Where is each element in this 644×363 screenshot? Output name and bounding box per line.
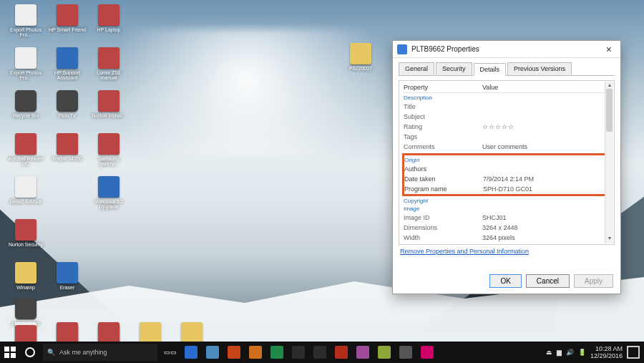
taskbar-app[interactable] (266, 342, 288, 363)
network-icon[interactable]: ▆ (557, 349, 562, 356)
file-icon (15, 298, 36, 319)
desktop-icon[interactable]: HP Support Assistant (49, 47, 86, 80)
desktop-icon[interactable]: Recycle Bin (7, 90, 44, 118)
taskbar-app[interactable] (395, 342, 416, 363)
desktop[interactable]: { "desktop_icons": [ {"label":"Export Ph… (0, 0, 644, 363)
taskbar-app[interactable] (309, 342, 331, 363)
taskbar-app[interactable] (416, 342, 438, 363)
property-row[interactable]: Height2448 pixels (404, 243, 610, 245)
action-center-icon[interactable] (627, 346, 640, 359)
property-row[interactable]: Dimensions3264 x 2448 (404, 223, 610, 233)
desktop-icon[interactable]: P8220007 (342, 43, 379, 71)
taskbar-app[interactable] (180, 342, 202, 363)
property-name: Height (404, 243, 482, 245)
property-row[interactable]: CommentsUser comments (404, 142, 610, 152)
file-icon (140, 322, 161, 344)
property-row[interactable]: Program nameSPH-D710 GC01 (404, 184, 609, 194)
file-icon (98, 133, 119, 155)
ok-button[interactable]: OK (489, 274, 521, 288)
desktop-icon-label: finepix s4200 (49, 156, 86, 161)
file-icon (57, 90, 78, 112)
desktop-icon-label: Eraser (49, 285, 86, 290)
property-row[interactable]: Rating☆☆☆☆☆ (404, 122, 610, 132)
taskbar-app[interactable] (223, 342, 245, 363)
property-group-header: Copyright (404, 198, 610, 204)
property-group-header: Origin (404, 157, 609, 163)
property-row[interactable]: Date taken7/9/2014 2:14 PM (404, 174, 609, 184)
desktop-icon[interactable]: Lumix ZS8 manual (90, 47, 127, 80)
task-view-icon[interactable]: ▭▭ (160, 342, 180, 363)
battery-icon[interactable]: 🔋 (578, 349, 586, 356)
taskbar-app[interactable] (352, 342, 374, 363)
app-icon (356, 346, 369, 359)
desktop-icon[interactable]: Winamp (7, 262, 44, 290)
tab-general[interactable]: General (399, 62, 434, 75)
desktop-icon[interactable]: Export Photos Fro... (7, 4, 44, 37)
system-tray[interactable]: ⏏ ▆ 🔊 🔋 (542, 349, 590, 356)
start-button[interactable] (0, 342, 20, 363)
property-row[interactable]: Subject (404, 112, 610, 122)
clock[interactable]: 10:28 AM 12/29/2016 (590, 345, 627, 359)
desktop-icon[interactable]: Windows 10 Upgrade (90, 176, 127, 209)
property-group-header: Description (404, 95, 610, 101)
file-icon (15, 176, 36, 198)
desktop-icon-label: PlutoTV (49, 113, 86, 118)
tab-security[interactable]: Security (436, 62, 472, 75)
app-icon (249, 346, 262, 359)
close-button[interactable]: × (602, 44, 616, 55)
apply-button[interactable]: Apply (574, 274, 613, 288)
desktop-icon[interactable]: PlutoTV (49, 90, 86, 118)
clock-date: 12/29/2016 (590, 352, 623, 359)
taskbar-app[interactable] (374, 342, 395, 363)
desktop-icon-label: HP Support Assistant (49, 70, 86, 80)
desktop-icon-label: Windows 10 Upgrade (90, 199, 127, 209)
desktop-icon[interactable]: Samsung galaxy... (90, 133, 127, 166)
file-icon (15, 4, 36, 26)
desktop-icon-label: Export Photos Fro... (7, 27, 44, 37)
taskbar-app[interactable] (288, 342, 309, 363)
taskbar-app[interactable] (202, 342, 223, 363)
property-row[interactable]: Authors (404, 164, 609, 174)
property-row[interactable]: Tags (404, 132, 610, 142)
property-value: SPH-D710 GC01 (483, 184, 532, 194)
search-box[interactable]: 🔍 Ask me anything (43, 344, 157, 361)
cortana-icon[interactable] (20, 342, 40, 363)
desktop-icon[interactable]: Acrobat Reader DC (7, 133, 44, 166)
volume-icon[interactable]: 🔊 (566, 349, 574, 356)
property-row[interactable]: Title (404, 102, 610, 112)
desktop-icon[interactable]: Eraser (49, 262, 86, 290)
property-value: SHCJ01 (482, 213, 507, 223)
desktop-icon[interactable]: finepix s4200 (49, 133, 86, 161)
file-icon (98, 90, 119, 112)
taskbar-app[interactable] (245, 342, 266, 363)
scroll-down-icon[interactable]: ▾ (605, 235, 613, 243)
scrollbar[interactable]: ▴ ▾ (605, 82, 613, 243)
dialog-titlebar[interactable]: PLTB9662 Properties × (393, 41, 620, 58)
svg-rect-0 (4, 347, 9, 352)
remove-properties-link[interactable]: Remove Properties and Personal Informati… (400, 248, 613, 255)
tab-details[interactable]: Details (474, 63, 507, 76)
property-group-header: Image (404, 205, 610, 212)
tray-icon[interactable]: ⏏ (546, 349, 552, 356)
desktop-icon[interactable]: HP Laptop (90, 4, 127, 32)
desktop-icon[interactable]: HP Smart Friend (49, 4, 86, 32)
desktop-icon[interactable]: Belarc Advisor (7, 176, 44, 204)
taskbar-app[interactable] (331, 342, 352, 363)
file-icon (98, 47, 119, 69)
desktop-icon[interactable]: Norton Install... (90, 90, 127, 118)
desktop-icon[interactable]: Norton Security (7, 219, 44, 247)
file-icon (15, 219, 36, 241)
file-icon (181, 322, 203, 344)
svg-rect-3 (11, 353, 16, 358)
property-row[interactable]: Width3264 pixels (404, 233, 610, 243)
clock-time: 10:28 AM (590, 345, 623, 352)
cancel-button[interactable]: Cancel (526, 274, 570, 288)
desktop-icon-label: Lumix ZS8 manual (90, 70, 127, 80)
property-row[interactable]: Image IDSHCJ01 (404, 213, 610, 223)
desktop-icon[interactable]: Export Photos Fro... (7, 47, 44, 80)
scroll-thumb[interactable] (606, 89, 613, 132)
file-icon (15, 47, 36, 69)
details-pane[interactable]: Property Value DescriptionTitleSubjectRa… (399, 80, 615, 245)
tab-previous-versions[interactable]: Previous Versions (507, 62, 572, 75)
desktop-icon-label: Recycle Bin (7, 113, 44, 118)
